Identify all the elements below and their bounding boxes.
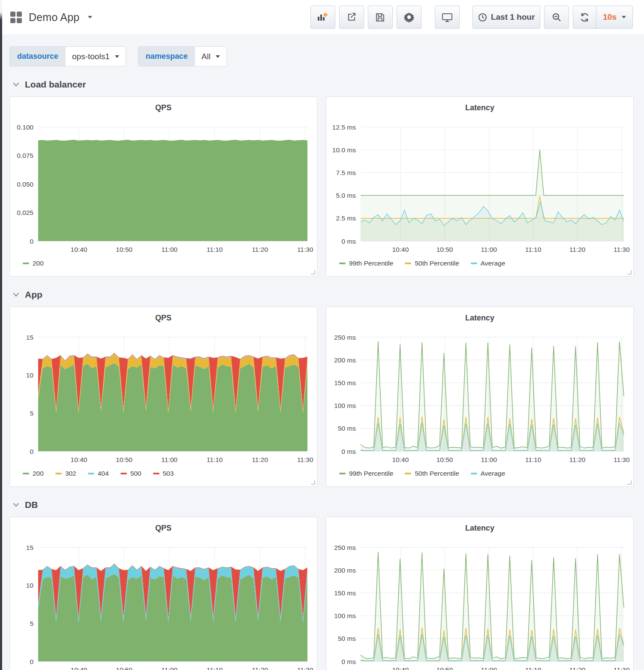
- legend-item[interactable]: 200: [23, 260, 44, 267]
- panel-title[interactable]: QPS: [10, 307, 317, 327]
- svg-text:0.050: 0.050: [17, 181, 33, 188]
- zoom-out-button[interactable]: [544, 6, 569, 29]
- side-menu-edge[interactable]: [0, 0, 2, 670]
- panel-lb-latency: Latency 0 ms2.5 ms5.0 ms7.5 ms10.0 ms12.…: [326, 97, 634, 277]
- monitor-icon: [442, 12, 453, 22]
- resize-handle-icon[interactable]: [310, 480, 315, 485]
- svg-text:0: 0: [30, 448, 33, 455]
- dashboard-grid-icon[interactable]: [10, 12, 22, 23]
- legend-item[interactable]: 500: [120, 470, 141, 477]
- panel-lb-qps: QPS 00.0250.0500.0750.10010:4010:5011:00…: [9, 97, 317, 277]
- panel-app-qps: QPS 05101510:4010:5011:0011:1011:2011:30…: [9, 307, 317, 487]
- panel-title[interactable]: QPS: [10, 517, 317, 537]
- time-range-picker[interactable]: Last 1 hour: [472, 6, 540, 29]
- svg-text:7.5 ms: 7.5 ms: [336, 169, 356, 176]
- legend-item[interactable]: 302: [55, 470, 76, 477]
- panel-title[interactable]: QPS: [10, 97, 317, 117]
- chevron-down-icon: [13, 293, 19, 297]
- legend-swatch: [120, 473, 127, 474]
- svg-text:11:30: 11:30: [297, 666, 313, 670]
- legend-item[interactable]: 404: [88, 470, 109, 477]
- legend-item[interactable]: 99th Percentile: [339, 260, 393, 267]
- clock-icon: [478, 13, 487, 22]
- svg-text:11:20: 11:20: [252, 456, 268, 463]
- resize-handle-icon[interactable]: [627, 270, 632, 275]
- svg-text:0 ms: 0 ms: [341, 238, 356, 245]
- lb-latency-chart[interactable]: 0 ms2.5 ms5.0 ms7.5 ms10.0 ms12.5 ms10:4…: [326, 117, 633, 257]
- db-latency-chart[interactable]: 0 ms50 ms100 ms150 ms200 ms250 ms10:4010…: [326, 537, 633, 670]
- panel-title[interactable]: Latency: [326, 97, 633, 117]
- panel-app-latency: Latency 0 ms50 ms100 ms150 ms200 ms250 m…: [326, 307, 634, 487]
- svg-text:10: 10: [26, 371, 34, 379]
- legend-swatch: [153, 473, 159, 474]
- share-button[interactable]: [339, 6, 364, 29]
- svg-text:11:20: 11:20: [569, 456, 586, 463]
- legend-item[interactable]: Average: [471, 260, 505, 267]
- svg-text:0 ms: 0 ms: [341, 658, 356, 665]
- svg-text:0: 0: [30, 658, 33, 665]
- refresh-icon: [580, 12, 590, 22]
- gear-icon: [403, 12, 415, 23]
- svg-text:11:20: 11:20: [569, 666, 586, 670]
- row-header-load-balancer[interactable]: Load balancer: [13, 78, 634, 91]
- dashboard-title[interactable]: Demo App: [29, 11, 79, 24]
- svg-text:11:10: 11:10: [525, 666, 542, 670]
- variable-label: namespace: [138, 47, 195, 66]
- panel-title[interactable]: Latency: [326, 517, 633, 537]
- svg-text:2.5 ms: 2.5 ms: [336, 214, 356, 222]
- row-header-app[interactable]: App: [13, 288, 634, 301]
- legend-item[interactable]: 50th Percentile: [405, 260, 459, 267]
- svg-text:11:10: 11:10: [525, 246, 542, 253]
- chevron-down-icon[interactable]: [88, 16, 92, 18]
- legend-item[interactable]: 200: [23, 470, 44, 477]
- svg-text:150 ms: 150 ms: [334, 379, 356, 386]
- legend-item[interactable]: 503: [153, 470, 174, 477]
- zoom-out-icon: [552, 12, 562, 22]
- svg-text:50 ms: 50 ms: [338, 635, 356, 642]
- svg-text:11:10: 11:10: [207, 666, 223, 670]
- svg-text:0: 0: [30, 238, 33, 245]
- datasource-select[interactable]: ops-tools1: [66, 47, 126, 66]
- legend-item[interactable]: 50th Percentile: [405, 470, 459, 477]
- svg-text:15: 15: [26, 544, 33, 551]
- navbar: Demo App: [0, 0, 644, 34]
- svg-text:250 ms: 250 ms: [334, 544, 356, 551]
- dashboard-body: Load balancer QPS 00.0250.0500.0750.1001…: [0, 78, 644, 670]
- tv-mode-button[interactable]: [435, 6, 460, 29]
- svg-text:10: 10: [26, 582, 34, 589]
- resize-handle-icon[interactable]: [627, 480, 632, 485]
- svg-text:10:50: 10:50: [436, 456, 453, 463]
- row-header-db[interactable]: DB: [13, 498, 634, 511]
- db-qps-chart[interactable]: 05101510:4010:5011:0011:1011:2011:30: [10, 537, 317, 670]
- legend-swatch: [23, 263, 29, 264]
- svg-text:5: 5: [30, 620, 33, 627]
- svg-text:11:00: 11:00: [161, 246, 178, 253]
- app-latency-chart[interactable]: 0 ms50 ms100 ms150 ms200 ms250 ms10:4010…: [326, 327, 633, 467]
- svg-text:200 ms: 200 ms: [334, 567, 356, 574]
- panel-title[interactable]: Latency: [326, 307, 633, 327]
- legend-swatch: [88, 473, 94, 474]
- svg-text:10:40: 10:40: [71, 246, 87, 253]
- lb-qps-chart[interactable]: 00.0250.0500.0750.10010:4010:5011:0011:1…: [10, 117, 317, 257]
- svg-text:11:30: 11:30: [297, 246, 313, 253]
- legend-swatch: [405, 263, 411, 264]
- resize-handle-icon[interactable]: [310, 270, 315, 275]
- namespace-select[interactable]: All: [195, 47, 226, 66]
- refresh-interval-dropdown[interactable]: 10s: [596, 6, 632, 28]
- svg-text:11:30: 11:30: [297, 456, 313, 463]
- svg-text:10.0 ms: 10.0 ms: [332, 146, 356, 154]
- legend-swatch: [55, 473, 62, 474]
- legend-item[interactable]: 99th Percentile: [339, 470, 393, 477]
- svg-text:11:30: 11:30: [614, 246, 630, 253]
- svg-text:10:40: 10:40: [392, 456, 409, 463]
- save-button[interactable]: [368, 6, 393, 29]
- svg-text:0.075: 0.075: [17, 152, 33, 159]
- refresh-button[interactable]: [573, 6, 596, 28]
- legend-swatch: [23, 473, 29, 474]
- add-panel-button[interactable]: [310, 6, 335, 29]
- app-qps-chart[interactable]: 05101510:4010:5011:0011:1011:2011:30: [10, 327, 317, 467]
- svg-text:100 ms: 100 ms: [334, 402, 356, 409]
- settings-button[interactable]: [397, 6, 421, 29]
- svg-text:11:30: 11:30: [614, 666, 630, 670]
- legend-item[interactable]: Average: [471, 470, 505, 477]
